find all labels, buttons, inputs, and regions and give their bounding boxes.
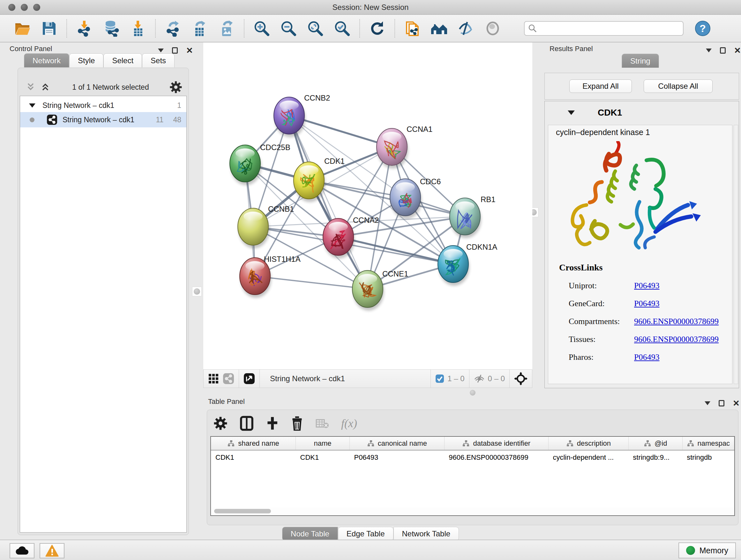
tab-string[interactable]: String bbox=[622, 54, 659, 68]
warnings-button[interactable] bbox=[40, 543, 64, 558]
table-cell[interactable]: CDK1 bbox=[296, 450, 350, 464]
table-cell[interactable]: CDK1 bbox=[211, 450, 296, 464]
zoom-out-button[interactable] bbox=[275, 18, 302, 39]
network-canvas[interactable]: CCNB2 CCNA1 CDC25B CDK1 CDC6 RB1 CCNB1 bbox=[203, 43, 532, 369]
network-node-CCNE1[interactable]: CCNE1 bbox=[352, 269, 408, 311]
expand-all-button[interactable]: Expand All bbox=[569, 79, 632, 93]
fit-selected-icon[interactable] bbox=[514, 372, 528, 385]
column-header-description[interactable]: description bbox=[548, 437, 628, 450]
table-cell[interactable]: stringdb bbox=[682, 450, 734, 464]
network-graph[interactable]: CCNB2 CCNA1 CDC25B CDK1 CDC6 RB1 CCNB1 bbox=[203, 43, 532, 369]
table-cell[interactable]: P06493 bbox=[349, 450, 444, 464]
zoom-selected-button[interactable] bbox=[329, 18, 355, 39]
tab-network-table[interactable]: Network Table bbox=[394, 527, 459, 541]
scrollbar-thumb[interactable] bbox=[214, 509, 271, 513]
column-header--id[interactable]: @id bbox=[628, 437, 682, 450]
network-row[interactable]: String Network – cdk1 11 48 bbox=[20, 112, 186, 127]
toolbar-search[interactable] bbox=[524, 21, 684, 36]
tab-style[interactable]: Style bbox=[69, 53, 104, 67]
refresh-button[interactable] bbox=[364, 18, 391, 39]
memory-button[interactable]: Memory bbox=[678, 543, 736, 558]
help-button[interactable]: ? bbox=[689, 18, 716, 39]
collapse-all-button[interactable]: Collapse All bbox=[644, 79, 713, 93]
tab-network[interactable]: Network bbox=[24, 53, 69, 67]
panel-menu-icon[interactable] bbox=[158, 49, 164, 52]
collapse-all-icon[interactable] bbox=[25, 82, 37, 92]
tab-select[interactable]: Select bbox=[104, 53, 142, 67]
network-collection-row[interactable]: String Network – cdk1 1 bbox=[20, 99, 186, 112]
import-network-button[interactable] bbox=[71, 18, 98, 39]
column-header-shared-name[interactable]: shared name bbox=[211, 437, 296, 450]
panel-menu-icon[interactable] bbox=[706, 49, 712, 52]
zoom-fit-button[interactable] bbox=[302, 18, 329, 39]
table-gear-icon[interactable] bbox=[213, 416, 227, 430]
tree-expander-icon[interactable] bbox=[29, 104, 36, 108]
share-view-icon[interactable] bbox=[223, 373, 234, 384]
table-cell[interactable]: 9606.ENSP00000378699 bbox=[444, 450, 548, 464]
eye-icon bbox=[484, 20, 501, 37]
tab-node-table[interactable]: Node Table bbox=[282, 527, 338, 541]
collapse-section-icon[interactable] bbox=[568, 111, 575, 115]
column-header-canonical-name[interactable]: canonical name bbox=[349, 437, 444, 450]
column-type-icon bbox=[566, 440, 574, 447]
network-node-CCNA1[interactable]: CCNA1 bbox=[377, 125, 432, 169]
table-hscrollbar[interactable] bbox=[212, 508, 735, 515]
gear-icon[interactable] bbox=[170, 81, 182, 94]
search-input[interactable] bbox=[537, 22, 680, 35]
close-panel-icon[interactable]: ✕ bbox=[186, 46, 193, 55]
crosslink-link[interactable]: P06493 bbox=[634, 299, 659, 308]
table-row[interactable]: CDK1CDK1P064939606.ENSP00000378699cyclin… bbox=[211, 450, 734, 464]
left-splitter-handle[interactable] bbox=[192, 287, 202, 296]
tab-edge-table[interactable]: Edge Table bbox=[338, 527, 394, 541]
string-app-icon bbox=[47, 114, 57, 125]
network-node-CCNB1[interactable]: CCNB1 bbox=[238, 205, 294, 248]
open-session-button[interactable] bbox=[9, 18, 36, 39]
panel-menu-icon[interactable] bbox=[704, 401, 711, 405]
column-header-namespac[interactable]: namespac bbox=[682, 437, 734, 450]
crosslink-link[interactable]: P06493 bbox=[634, 281, 659, 291]
protein-card-header[interactable]: CDK1 bbox=[545, 101, 739, 124]
results-scrollbar[interactable] bbox=[734, 125, 738, 384]
column-header-name[interactable]: name bbox=[296, 437, 350, 450]
import-network-from-database-button[interactable] bbox=[98, 18, 125, 39]
table-cell[interactable]: cyclin-dependent ... bbox=[548, 450, 628, 464]
home-button[interactable] bbox=[426, 18, 453, 39]
tab-sets[interactable]: Sets bbox=[142, 53, 175, 67]
float-panel-icon[interactable] bbox=[720, 47, 726, 54]
crosslink-link[interactable]: P06493 bbox=[634, 353, 659, 362]
zoom-in-button[interactable] bbox=[248, 18, 275, 39]
save-session-button[interactable] bbox=[36, 18, 63, 39]
share-document-button[interactable] bbox=[399, 18, 426, 39]
node-table-grid[interactable]: shared namenamecanonical namedatabase id… bbox=[210, 436, 735, 516]
column-header-database-identifier[interactable]: database identifier bbox=[444, 437, 548, 450]
export-image-button[interactable] bbox=[213, 18, 240, 39]
export-network-button[interactable] bbox=[159, 18, 186, 39]
selected-checkbox-icon[interactable] bbox=[435, 374, 444, 383]
app-store-button[interactable] bbox=[10, 543, 35, 558]
crosslink-link[interactable]: 9606.ENSP00000378699 bbox=[634, 334, 719, 344]
horizontal-splitter-handle[interactable] bbox=[470, 390, 475, 395]
network-node-RB1[interactable]: RB1 bbox=[450, 195, 495, 238]
float-panel-icon[interactable] bbox=[172, 47, 178, 54]
table-cell[interactable]: stringdb:9... bbox=[628, 450, 682, 464]
show-panel-button[interactable] bbox=[479, 18, 506, 39]
close-panel-icon[interactable]: ✕ bbox=[734, 46, 741, 55]
close-panel-icon[interactable]: ✕ bbox=[733, 399, 740, 408]
hide-panel-button[interactable] bbox=[453, 18, 479, 39]
network-node-CCNB2[interactable]: CCNB2 bbox=[274, 94, 330, 137]
node-label: CCNE1 bbox=[382, 269, 408, 278]
network-node-CDK1[interactable]: CDK1 bbox=[293, 157, 345, 202]
add-column-icon[interactable] bbox=[266, 416, 279, 430]
network-node-CDC6[interactable]: CDC6 bbox=[390, 177, 441, 219]
birdseye-grid-icon[interactable] bbox=[208, 373, 219, 384]
delete-column-icon[interactable] bbox=[291, 416, 304, 431]
network-node-CDKN1A[interactable]: CDKN1A bbox=[438, 243, 497, 286]
export-table-button[interactable] bbox=[186, 18, 213, 39]
show-columns-icon[interactable] bbox=[240, 416, 254, 431]
import-table-button[interactable] bbox=[125, 18, 151, 39]
open-in-window-icon[interactable] bbox=[244, 373, 255, 384]
network-node-HIST1H1A[interactable]: HIST1H1A bbox=[240, 255, 300, 298]
float-panel-icon[interactable] bbox=[719, 400, 724, 407]
expand-all-icon[interactable] bbox=[40, 82, 52, 92]
crosslink-link[interactable]: 9606.ENSP00000378699 bbox=[634, 317, 719, 326]
